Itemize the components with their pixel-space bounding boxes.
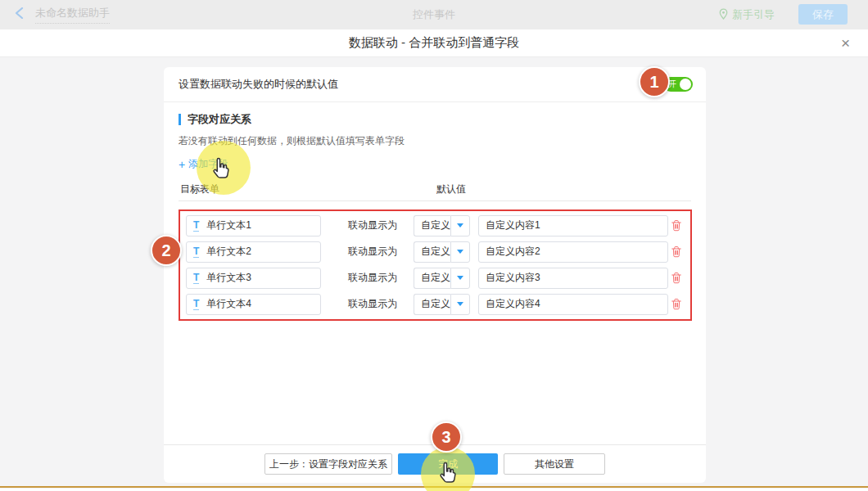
column-header-target: 目标表单 bbox=[180, 182, 219, 196]
bottom-accent-line bbox=[0, 486, 868, 488]
target-field-input[interactable]: T 单行文本4 bbox=[186, 294, 321, 315]
step-badge-3: 3 bbox=[431, 421, 462, 453]
column-headers: 目标表单 默认值 bbox=[179, 182, 691, 196]
default-value-text: 自定义内容4 bbox=[486, 297, 540, 311]
default-value-setting-label: 设置数据联动失败的时候的默认值 bbox=[179, 77, 338, 92]
mode-select-value: 自定义 bbox=[414, 268, 450, 289]
field-mapping-section: 字段对应关系 若没有联动到任何数据，则根据默认值填写表单字段 + 添加字段 目标… bbox=[164, 102, 706, 201]
chevron-down-icon bbox=[450, 294, 470, 315]
target-field-input[interactable]: T 单行文本3 bbox=[186, 268, 321, 289]
delete-row-button[interactable] bbox=[671, 246, 682, 258]
header-divider bbox=[179, 200, 691, 201]
default-value-input[interactable]: 自定义内容2 bbox=[478, 241, 668, 263]
chevron-down-icon bbox=[450, 215, 470, 236]
delete-row-button[interactable] bbox=[671, 298, 682, 310]
text-field-icon: T bbox=[193, 299, 199, 310]
mode-select-value: 自定义 bbox=[414, 241, 450, 263]
delete-row-button[interactable] bbox=[671, 272, 682, 284]
target-field-value: 单行文本1 bbox=[206, 218, 251, 232]
toggle-knob bbox=[680, 79, 691, 90]
relation-label: 联动显示为 bbox=[348, 297, 399, 311]
save-button[interactable]: 保存 bbox=[798, 4, 848, 25]
default-value-setting-row: 设置数据联动失败的时候的默认值 开 bbox=[164, 67, 706, 102]
settings-panel: 设置数据联动失败的时候的默认值 开 字段对应关系 若没有联动到任何数据，则根据默… bbox=[164, 67, 706, 483]
default-value-text: 自定义内容2 bbox=[486, 245, 540, 259]
trash-icon bbox=[671, 219, 682, 232]
prev-step-button[interactable]: 上一步：设置字段对应关系 bbox=[264, 453, 392, 475]
mode-select[interactable]: 自定义 bbox=[414, 215, 470, 236]
default-value-input[interactable]: 自定义内容4 bbox=[478, 294, 668, 315]
mode-select-value: 自定义 bbox=[414, 294, 450, 315]
target-field-value: 单行文本2 bbox=[206, 245, 251, 259]
field-rows-group: T 单行文本1 联动显示为 自定义 自定义内容1 T 单行文本2 bbox=[179, 209, 692, 321]
modal-header: 数据联动 - 合并联动到普通字段 × bbox=[0, 29, 868, 57]
plus-icon: + bbox=[179, 159, 185, 170]
mode-select[interactable]: 自定义 bbox=[414, 294, 470, 315]
target-field-input[interactable]: T 单行文本2 bbox=[186, 241, 321, 263]
guide-link[interactable]: 新手引导 bbox=[719, 7, 775, 22]
field-row: T 单行文本1 联动显示为 自定义 自定义内容1 bbox=[184, 215, 686, 236]
target-field-input[interactable]: T 单行文本1 bbox=[186, 215, 321, 236]
default-value-text: 自定义内容1 bbox=[486, 218, 540, 232]
section-description: 若没有联动到任何数据，则根据默认值填写表单字段 bbox=[179, 134, 691, 148]
back-button[interactable] bbox=[15, 7, 24, 22]
mode-select[interactable]: 自定义 bbox=[414, 241, 470, 263]
text-field-icon: T bbox=[193, 220, 199, 232]
done-button[interactable]: 完成 bbox=[398, 453, 498, 475]
guide-link-label: 新手引导 bbox=[732, 7, 775, 22]
trash-icon bbox=[671, 298, 682, 310]
add-field-link[interactable]: + 添加字段 bbox=[179, 157, 228, 171]
step-badge-2: 2 bbox=[151, 235, 182, 266]
relation-label: 联动显示为 bbox=[348, 245, 399, 259]
trash-icon bbox=[671, 246, 682, 258]
modal-body: 设置数据联动失败的时候的默认值 开 字段对应关系 若没有联动到任何数据，则根据默… bbox=[0, 57, 868, 489]
chevron-down-icon bbox=[450, 268, 470, 289]
topbar: 未命名数据助手 控件事件 新手引导 保存 bbox=[0, 0, 868, 29]
field-row: T 单行文本4 联动显示为 自定义 自定义内容4 bbox=[184, 294, 686, 315]
column-header-default: 默认值 bbox=[436, 182, 466, 196]
text-field-icon: T bbox=[193, 273, 199, 284]
other-settings-button[interactable]: 其他设置 bbox=[504, 453, 605, 475]
chevron-down-icon bbox=[450, 241, 470, 263]
default-value-text: 自定义内容3 bbox=[486, 271, 540, 285]
step-badge-1: 1 bbox=[639, 66, 670, 97]
trash-icon bbox=[671, 272, 682, 284]
text-field-icon: T bbox=[193, 246, 199, 258]
add-field-label: 添加字段 bbox=[188, 157, 228, 171]
panel-footer: 上一步：设置字段对应关系 完成 其他设置 bbox=[164, 444, 706, 483]
field-row: T 单行文本3 联动显示为 自定义 自定义内容3 bbox=[184, 268, 686, 289]
relation-label: 联动显示为 bbox=[348, 218, 399, 232]
guide-pin-icon bbox=[719, 8, 728, 22]
mode-select-value: 自定义 bbox=[414, 215, 450, 236]
modal-title: 数据联动 - 合并联动到普通字段 bbox=[349, 35, 519, 51]
close-icon[interactable]: × bbox=[841, 34, 850, 52]
section-title: 字段对应关系 bbox=[179, 114, 691, 125]
target-field-value: 单行文本4 bbox=[206, 297, 251, 311]
delete-row-button[interactable] bbox=[671, 219, 682, 232]
field-row: T 单行文本2 联动显示为 自定义 自定义内容2 bbox=[184, 241, 686, 263]
mode-select[interactable]: 自定义 bbox=[414, 268, 470, 289]
default-value-input[interactable]: 自定义内容1 bbox=[478, 215, 668, 236]
relation-label: 联动显示为 bbox=[348, 271, 399, 285]
target-field-value: 单行文本3 bbox=[206, 271, 251, 285]
app-title[interactable]: 未命名数据助手 bbox=[35, 6, 110, 24]
chevron-left-icon bbox=[15, 7, 24, 22]
default-value-input[interactable]: 自定义内容3 bbox=[478, 268, 668, 289]
